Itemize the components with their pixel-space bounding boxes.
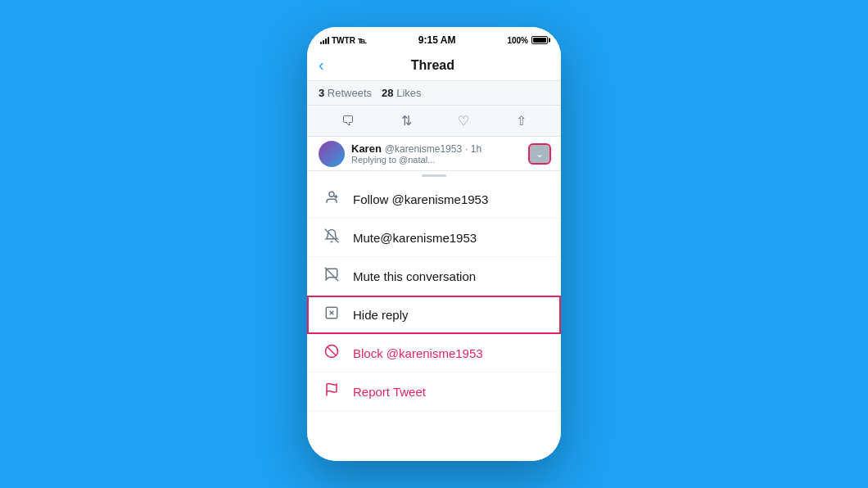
signal-bars [320, 36, 329, 44]
tweet-options-button[interactable]: ⌄ [530, 145, 549, 163]
battery-percent: 100% [507, 36, 528, 45]
carrier-label: TWTR [332, 36, 355, 45]
menu-item-block[interactable]: Block @karenisme1953 [307, 334, 561, 373]
menu-item-follow[interactable]: Follow @karenisme1953 [307, 180, 561, 219]
bar1 [320, 42, 322, 44]
like-icon[interactable]: ♡ [458, 113, 469, 129]
menu-item-mute-user[interactable]: Mute@karenisme1953 [307, 219, 561, 257]
back-button[interactable]: ‹ [319, 56, 324, 75]
svg-line-9 [328, 347, 337, 356]
retweet-icon[interactable]: ⇅ [401, 113, 412, 129]
likes-count: 28 Likes [382, 87, 421, 99]
mute-conversation-label: Mute this conversation [353, 269, 476, 283]
battery-fill [533, 38, 546, 43]
svg-line-3 [325, 229, 339, 243]
wifi-icon: ℡ [358, 36, 367, 45]
bar3 [325, 38, 327, 44]
action-bar: 🗨 ⇅ ♡ ⇧ [307, 106, 561, 137]
tweet-user-line: Karen @karenisme1953 · 1h [351, 142, 530, 155]
nav-bar: ‹ Thread [307, 50, 561, 81]
status-right: 100% [507, 36, 548, 45]
reply-icon[interactable]: 🗨 [341, 114, 355, 129]
svg-point-0 [329, 192, 334, 197]
pull-indicator [422, 174, 446, 177]
block-icon [323, 344, 340, 362]
menu-item-report[interactable]: Report Tweet [307, 373, 561, 411]
stats-bar: 3 Retweets 28 Likes [307, 81, 561, 106]
status-bar: TWTR ℡ 9:15 AM 100% [307, 27, 561, 50]
share-icon[interactable]: ⇧ [516, 113, 527, 129]
person-add-icon [323, 190, 340, 208]
menu-item-mute-conversation[interactable]: Mute this conversation [307, 257, 561, 296]
tweet-info: Karen @karenisme1953 · 1h Replying to @n… [351, 142, 530, 165]
tweet-time: · 1h [465, 143, 481, 155]
status-left: TWTR ℡ [320, 36, 367, 45]
page-title: Thread [332, 58, 533, 73]
bar2 [323, 40, 324, 44]
avatar [319, 141, 345, 167]
mute-user-label: Mute@karenisme1953 [353, 231, 477, 245]
hide-icon [323, 305, 340, 323]
mute-chat-icon [323, 267, 340, 285]
tweet-handle: @karenisme1953 [385, 143, 462, 155]
flag-icon [323, 382, 340, 400]
phone-frame: TWTR ℡ 9:15 AM 100% ‹ Thread 3 Retweets … [307, 27, 561, 461]
retweets-count: 3 Retweets [319, 87, 372, 99]
bar4 [328, 37, 329, 44]
tweet-username: Karen [351, 142, 382, 155]
chevron-down-icon: ⌄ [536, 148, 544, 160]
status-time: 9:15 AM [418, 34, 456, 46]
follow-label: Follow @karenisme1953 [353, 192, 488, 206]
hide-reply-label: Hide reply [353, 308, 409, 322]
tweet-reply: Replying to @natal... [351, 155, 530, 165]
block-label: Block @karenisme1953 [353, 346, 483, 360]
dropdown-menu: Follow @karenisme1953 Mute@karenisme1953 [307, 180, 561, 461]
mute-bell-icon [323, 228, 340, 246]
tweet-row: Karen @karenisme1953 · 1h Replying to @n… [307, 137, 561, 171]
battery-icon [531, 36, 548, 44]
report-label: Report Tweet [353, 385, 426, 399]
menu-item-hide-reply[interactable]: Hide reply [307, 296, 561, 334]
